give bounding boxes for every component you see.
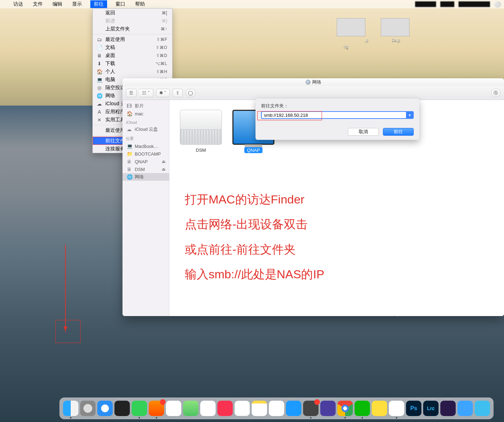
eject-icon[interactable]: ⏏ — [162, 159, 166, 164]
eject-icon[interactable]: ⏏ — [162, 167, 166, 172]
sidebar-item-影片[interactable]: 🎞影片 — [122, 102, 169, 110]
menubar-finder[interactable]: 访达 — [12, 0, 24, 8]
sheet-cancel-button[interactable]: 取消 — [348, 128, 379, 136]
annotation-arrow — [65, 245, 66, 332]
toolbar-share-icon[interactable]: ⇪ — [173, 89, 183, 97]
goto-path-input[interactable] — [261, 111, 406, 119]
menu-item-文稿[interactable]: 📄文稿⇧⌘O — [93, 43, 172, 51]
sidebar-category: iCloud — [122, 117, 169, 126]
menu-label: 返回 — [105, 10, 159, 16]
device-label: QNAP — [244, 147, 263, 153]
dock-safari[interactable] — [97, 401, 113, 416]
toolbar-action-icon[interactable]: ✱ ˅ — [156, 89, 170, 97]
dock-lightroom[interactable]: Lrc — [423, 401, 439, 416]
dock-finder[interactable] — [63, 401, 78, 416]
dock-qq[interactable] — [389, 401, 404, 416]
menubar-window[interactable]: 窗口 — [114, 0, 127, 8]
sidebar-item-网络[interactable]: 🌐网络 — [122, 173, 169, 181]
network-device-dsm[interactable]: DSM — [175, 110, 227, 153]
goto-folder-sheet: 前往文件夹： ▾ 取消 前往 — [255, 99, 419, 140]
menu-icon: 💻 — [96, 77, 103, 83]
dock: Ps Lrc — [59, 398, 493, 419]
menu-shortcut: ⌘] — [162, 19, 167, 23]
sidebar-label: MacBook… — [135, 144, 166, 149]
menubar-go[interactable]: 前往 — [90, 0, 107, 8]
sheet-go-button[interactable]: 前往 — [383, 128, 414, 136]
server-icon — [180, 110, 222, 145]
dock-app[interactable] — [440, 401, 456, 416]
dock-messages[interactable] — [132, 401, 147, 416]
dock-dingtalk[interactable] — [372, 401, 387, 416]
dock-reminders[interactable] — [269, 401, 284, 416]
sheet-title: 前往文件夹： — [261, 103, 414, 109]
dock-stocks[interactable] — [114, 401, 130, 416]
menubar-edit[interactable]: 编辑 — [51, 0, 64, 8]
wifi-icon[interactable]: ⚪ — [494, 1, 501, 8]
toolbar-icons-view[interactable]: ☷ ˅ — [139, 89, 153, 97]
dock-maps[interactable] — [183, 401, 198, 416]
menu-shortcut: ⌘[ — [162, 10, 167, 15]
dock-app[interactable] — [475, 401, 490, 416]
sidebar-item-BOOTCAMP[interactable]: 📁BOOTCAMP — [122, 150, 169, 158]
dock-appstore[interactable] — [286, 401, 301, 416]
menu-item-返回[interactable]: 返回⌘[ — [93, 9, 172, 17]
sidebar-item-iCloud 云盘[interactable]: ☁iCloud 云盘 — [122, 126, 169, 133]
sidebar-item-MacBook…[interactable]: 💻MacBook… — [122, 142, 169, 150]
menu-item-最近使用[interactable]: 🗂最近使用⇧⌘F — [93, 35, 172, 43]
sidebar-category: 位置 — [122, 133, 169, 142]
dock-qqmail[interactable] — [166, 401, 181, 416]
sidebar-label: 网络 — [135, 174, 166, 180]
dock-wps[interactable] — [149, 401, 164, 416]
desktop-file-thumb[interactable] — [381, 18, 410, 36]
dock-calendar[interactable] — [234, 401, 250, 416]
dock-notes[interactable] — [252, 401, 267, 416]
dock-imovie[interactable] — [320, 401, 336, 416]
menu-shortcut: ⌥⌘L — [155, 61, 167, 66]
dock-music[interactable] — [217, 401, 233, 416]
toolbar-list-icon[interactable]: ☰ — [126, 89, 136, 97]
combo-dropdown-icon[interactable]: ▾ — [406, 111, 414, 119]
sidebar-item-DSM[interactable]: 🖥DSM⏏ — [122, 165, 169, 173]
menu-shortcut: ⇧⌘O — [156, 45, 167, 50]
menu-icon: 🖥 — [96, 53, 103, 58]
finder-titlebar[interactable]: 网络 — [122, 78, 504, 86]
dock-wechat[interactable] — [355, 401, 370, 416]
desktop-file-label: .p — [365, 38, 368, 43]
menu-item-桌面[interactable]: 🖥桌面⇧⌘D — [93, 51, 172, 59]
annotation-line: 输入smb://此处是NAS的IP — [185, 262, 324, 287]
toolbar-right-label[interactable]: Ⓡ — [491, 89, 500, 97]
menubar: 访达 文件 编辑 显示 前往 窗口 帮助 ⚪ — [0, 0, 504, 8]
menu-icon: ⬇ — [96, 61, 103, 66]
menu-item-下载[interactable]: ⬇下载⌥⌘L — [93, 59, 172, 67]
menu-label: 前进 — [105, 18, 159, 24]
menubar-status-right: ⚪ — [415, 0, 501, 8]
menubar-file[interactable]: 文件 — [31, 0, 44, 8]
dock-app[interactable] — [457, 401, 473, 416]
menu-item-上层文件夹[interactable]: 上层文件夹⌘↑ — [93, 25, 172, 33]
menu-icon: 🗂 — [96, 37, 103, 42]
dock-security[interactable] — [303, 401, 318, 416]
menubar-help[interactable]: 帮助 — [134, 0, 146, 8]
annotation-red-box-dock — [55, 320, 80, 343]
sidebar-label: QNAP — [135, 159, 159, 164]
menu-shortcut: ⇧⌘H — [156, 69, 167, 74]
menu-item-个人[interactable]: 🏠个人⇧⌘H — [93, 67, 172, 76]
menubar-blurred-item — [415, 1, 436, 7]
goto-path-combo: ▾ — [261, 111, 414, 119]
toolbar-tag-icon[interactable]: ◯ — [186, 89, 196, 97]
dock-photoshop[interactable]: Ps — [406, 401, 421, 416]
menubar-view[interactable]: 显示 — [71, 0, 83, 8]
sidebar-label: BOOTCAMP — [135, 151, 166, 157]
sidebar-item-QNAP[interactable]: 🖥QNAP⏏ — [122, 158, 169, 165]
menu-icon: A — [96, 109, 103, 115]
dock-photos[interactable] — [200, 401, 216, 416]
sidebar-item-mac[interactable]: 🏠mac — [122, 110, 169, 117]
desktop-file-thumb[interactable] — [337, 18, 365, 36]
menu-label: 下载 — [105, 60, 153, 67]
sidebar-icon: ☁ — [127, 127, 132, 132]
annotation-text: 打开MAC的访达Finder 点击网络-出现设备双击 或点前往-前往文件夹 输入… — [185, 187, 324, 287]
dock-chrome[interactable] — [337, 401, 353, 416]
dock-launchpad[interactable] — [80, 401, 96, 416]
menu-icon: ✕ — [96, 117, 103, 123]
menu-shortcut: ⌘↑ — [161, 27, 167, 31]
